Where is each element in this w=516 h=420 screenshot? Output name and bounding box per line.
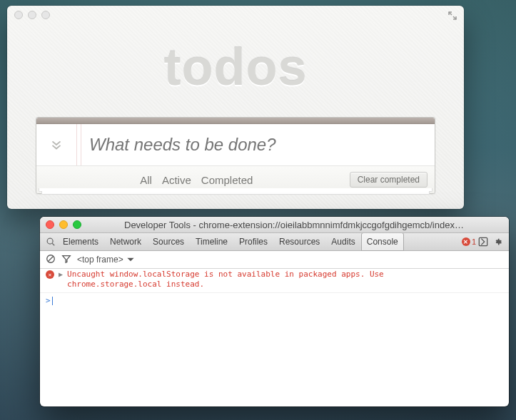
prompt-symbol: > bbox=[46, 296, 51, 305]
tab-sources[interactable]: Sources bbox=[147, 232, 190, 251]
svg-rect-1 bbox=[479, 237, 487, 245]
fullscreen-icon[interactable] bbox=[447, 11, 457, 21]
filter-completed[interactable]: Completed bbox=[201, 174, 253, 186]
error-icon: ✕ bbox=[46, 270, 54, 279]
traffic-close[interactable] bbox=[46, 220, 54, 229]
expand-triangle-icon[interactable]: ▶ bbox=[59, 270, 63, 278]
traffic-minimize[interactable] bbox=[59, 220, 68, 229]
margin-line bbox=[76, 124, 77, 165]
traffic-lights bbox=[46, 220, 81, 229]
clear-completed-button[interactable]: Clear completed bbox=[350, 172, 428, 188]
frame-selector[interactable]: <top frame> bbox=[77, 255, 136, 265]
tab-audits[interactable]: Audits bbox=[325, 232, 360, 251]
console-error-row[interactable]: ✕ ▶ Uncaught window.localStorage is not … bbox=[40, 267, 509, 293]
chevron-down-icon bbox=[126, 255, 136, 265]
input-row bbox=[36, 124, 435, 165]
settings-icon[interactable] bbox=[490, 237, 505, 247]
stack-sheet bbox=[41, 191, 430, 195]
traffic-close-inactive[interactable] bbox=[14, 11, 23, 19]
todos-app-window: todos All Active Completed Clear complet… bbox=[7, 6, 464, 209]
app-title: todos bbox=[7, 41, 464, 93]
error-message-text: Uncaught window.localStorage is not avai… bbox=[67, 270, 384, 290]
filter-all[interactable]: All bbox=[140, 174, 152, 186]
filter-active[interactable]: Active bbox=[162, 174, 191, 186]
titlebar bbox=[7, 6, 464, 21]
traffic-min-inactive[interactable] bbox=[28, 11, 36, 19]
tab-resources[interactable]: Resources bbox=[273, 232, 325, 251]
margin-line bbox=[81, 124, 81, 165]
text-cursor bbox=[52, 297, 53, 305]
tab-timeline[interactable]: Timeline bbox=[190, 232, 233, 251]
new-todo-input[interactable] bbox=[76, 123, 435, 166]
traffic-zoom[interactable] bbox=[73, 220, 81, 229]
devtools-titlebar: Developer Tools - chrome-extension://oie… bbox=[40, 217, 509, 233]
toggle-drawer-icon[interactable] bbox=[476, 237, 490, 247]
filter-group: All Active Completed bbox=[44, 174, 350, 186]
frame-selector-label: <top frame> bbox=[77, 255, 123, 265]
clear-console-icon[interactable] bbox=[46, 254, 56, 266]
devtools-window: Developer Tools - chrome-extension://oie… bbox=[40, 217, 509, 406]
error-count-badge[interactable]: ✕ 1 bbox=[462, 237, 476, 246]
svg-point-0 bbox=[47, 238, 53, 244]
error-icon: ✕ bbox=[462, 237, 470, 246]
tab-profiles[interactable]: Profiles bbox=[233, 232, 273, 251]
devtools-title: Developer Tools - chrome-extension://oie… bbox=[81, 220, 509, 230]
devtools-tabbar: Elements Network Sources Timeline Profil… bbox=[40, 233, 509, 251]
tab-elements[interactable]: Elements bbox=[57, 232, 104, 251]
tab-network[interactable]: Network bbox=[104, 232, 147, 251]
todo-card: All Active Completed Clear completed bbox=[36, 117, 435, 194]
tab-console[interactable]: Console bbox=[361, 232, 404, 251]
traffic-zoom-inactive[interactable] bbox=[41, 11, 50, 19]
traffic-lights bbox=[14, 11, 50, 19]
console-body[interactable]: ✕ ▶ Uncaught window.localStorage is not … bbox=[40, 267, 509, 406]
toggle-all-icon[interactable] bbox=[36, 137, 76, 153]
paper-stack bbox=[36, 188, 435, 195]
filter-icon[interactable] bbox=[61, 254, 71, 266]
inspect-icon[interactable] bbox=[44, 237, 57, 247]
console-prompt[interactable]: > bbox=[40, 293, 509, 308]
